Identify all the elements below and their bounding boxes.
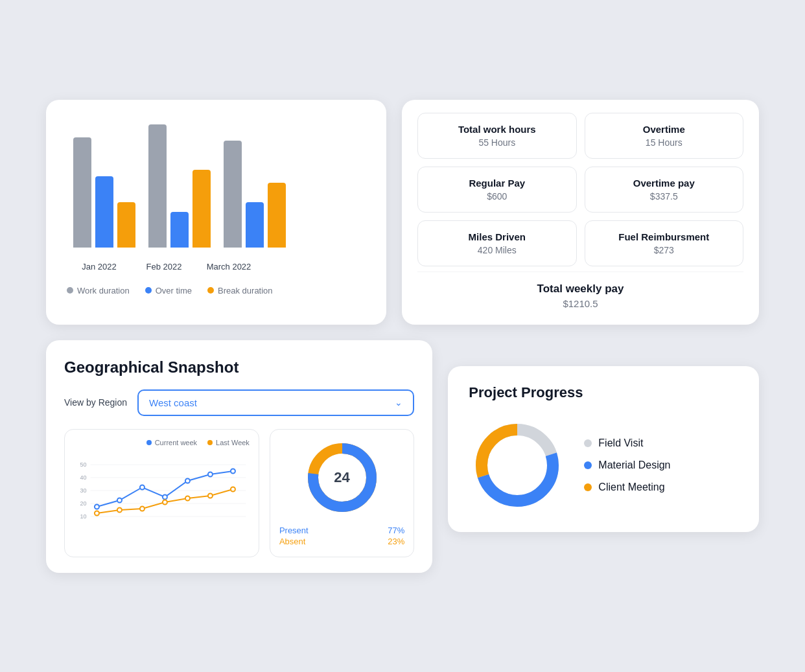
stat-fuel-value: $273: [598, 245, 730, 255]
svg-point-17: [95, 511, 99, 515]
total-weekly-value: $1210.5: [417, 298, 743, 309]
stat-total-work-hours: Total work hours 55 Hours: [417, 113, 576, 159]
bar-chart-card: Jan 2022 Feb 2022 March 2022 Work durati…: [46, 100, 386, 325]
work-duration-dot: [67, 287, 73, 294]
geo-title: Geographical Snapshot: [64, 358, 414, 377]
region-dropdown[interactable]: West coast ⌄: [137, 389, 414, 416]
bar-group-feb: [148, 124, 211, 248]
dashboard: Jan 2022 Feb 2022 March 2022 Work durati…: [46, 100, 759, 573]
donut-wrapper: 24: [303, 439, 381, 516]
svg-point-21: [185, 496, 190, 500]
present-percent: 77%: [388, 526, 404, 535]
stat-regular-pay-value: $600: [431, 191, 563, 202]
svg-text:50: 50: [80, 461, 86, 468]
overtime-dot: [145, 287, 152, 294]
bar-label-march: March 2022: [203, 262, 255, 272]
svg-point-13: [163, 494, 167, 499]
svg-point-12: [140, 485, 145, 489]
progress-donut-svg: [469, 417, 566, 514]
bar-feb-break: [192, 170, 211, 248]
material-design-dot: [584, 461, 592, 469]
stats-grid: Total work hours 55 Hours Overtime 15 Ho…: [417, 113, 743, 266]
legend-last-week: Last Week: [207, 439, 250, 446]
stat-overtime-pay-label: Overtime pay: [598, 178, 730, 189]
current-week-dot: [146, 440, 152, 445]
client-meeting-dot: [584, 483, 592, 491]
field-visit-dot: [584, 439, 592, 447]
stat-fuel-reimbursment: Fuel Reimbursment $273: [585, 220, 743, 266]
svg-text:40: 40: [80, 474, 86, 481]
legend-current-week: Current week: [146, 439, 197, 446]
donut-absent-row: Absent 23%: [279, 537, 404, 546]
svg-point-23: [231, 487, 235, 491]
bar-label-feb: Feb 2022: [138, 262, 190, 272]
bar-group-march: [224, 141, 286, 248]
bar-chart-area: [67, 118, 366, 248]
bar-chart-legend: Work duration Over time Break duration: [67, 281, 366, 298]
total-weekly-pay: Total weekly pay $1210.5: [417, 272, 743, 312]
top-row: Jan 2022 Feb 2022 March 2022 Work durati…: [46, 100, 759, 325]
stat-regular-pay: Regular Pay $600: [417, 167, 576, 213]
svg-point-16: [231, 469, 235, 473]
bar-feb-work: [148, 124, 167, 248]
bar-march-break: [268, 183, 286, 248]
donut-card: 24 Present 77% Absent 23%: [270, 429, 414, 557]
legend-work-duration: Work duration: [67, 286, 130, 295]
line-chart-svg: 50 40 30 20 10: [74, 452, 250, 529]
svg-point-20: [163, 500, 167, 504]
break-duration-dot: [207, 287, 214, 294]
svg-text:20: 20: [80, 500, 86, 507]
stat-overtime-value: 15 Hours: [598, 137, 730, 148]
donut-stats: Present 77% Absent 23%: [279, 524, 404, 548]
current-week-label: Current week: [155, 439, 197, 446]
progress-legend: Field Visit Material Design Client Meeti…: [584, 437, 670, 493]
region-label: View by Region: [64, 397, 127, 408]
stat-miles-driven: Miles Driven 420 Miles: [417, 220, 576, 266]
region-selected-value: West coast: [149, 397, 197, 408]
stats-card: Total work hours 55 Hours Overtime 15 Ho…: [402, 100, 759, 325]
bar-label-jan: Jan 2022: [73, 262, 125, 272]
stat-total-work-hours-value: 55 Hours: [431, 137, 563, 148]
legend-work-label: Work duration: [77, 286, 130, 295]
line-chart-card: Current week Last Week: [64, 429, 259, 557]
progress-title: Project Progress: [469, 384, 738, 401]
region-selector: View by Region West coast ⌄: [64, 389, 414, 416]
chevron-down-icon: ⌄: [395, 397, 402, 408]
donut-present-row: Present 77%: [279, 526, 404, 535]
big-donut-wrapper: [469, 417, 566, 514]
svg-point-11: [117, 498, 122, 502]
legend-client-meeting: Client Meeting: [584, 481, 670, 493]
legend-field-visit: Field Visit: [584, 437, 670, 449]
svg-text:10: 10: [80, 513, 86, 520]
bottom-row: Geographical Snapshot View by Region Wes…: [46, 340, 759, 573]
bar-labels: Jan 2022 Feb 2022 March 2022: [67, 257, 366, 272]
absent-label: Absent: [279, 537, 305, 546]
stat-miles-driven-label: Miles Driven: [431, 231, 563, 242]
stat-overtime-pay: Overtime pay $337.5: [585, 167, 743, 213]
legend-material-design: Material Design: [584, 459, 670, 471]
material-design-label: Material Design: [598, 459, 670, 471]
bar-group-jan: [73, 137, 135, 248]
geo-card: Geographical Snapshot View by Region Wes…: [46, 340, 432, 573]
svg-point-14: [185, 478, 190, 483]
svg-text:30: 30: [80, 487, 86, 494]
progress-content: Field Visit Material Design Client Meeti…: [469, 417, 738, 514]
svg-point-19: [140, 506, 145, 511]
bar-march-overtime: [246, 202, 264, 248]
client-meeting-label: Client Meeting: [598, 481, 664, 493]
last-week-dot: [207, 440, 213, 445]
field-visit-label: Field Visit: [598, 437, 643, 449]
svg-point-15: [208, 472, 213, 476]
legend-break-duration: Break duration: [207, 286, 273, 295]
last-week-label: Last Week: [216, 439, 250, 446]
legend-overtime-label: Over time: [156, 286, 192, 295]
stat-fuel-label: Fuel Reimbursment: [598, 231, 730, 242]
bar-jan-overtime: [95, 176, 113, 248]
svg-point-10: [95, 504, 99, 509]
stat-overtime: Overtime 15 Hours: [585, 113, 743, 159]
svg-point-22: [208, 493, 213, 498]
legend-break-label: Break duration: [218, 286, 273, 295]
present-label: Present: [279, 526, 309, 535]
legend-overtime: Over time: [145, 286, 192, 295]
stat-total-work-hours-label: Total work hours: [431, 124, 563, 135]
